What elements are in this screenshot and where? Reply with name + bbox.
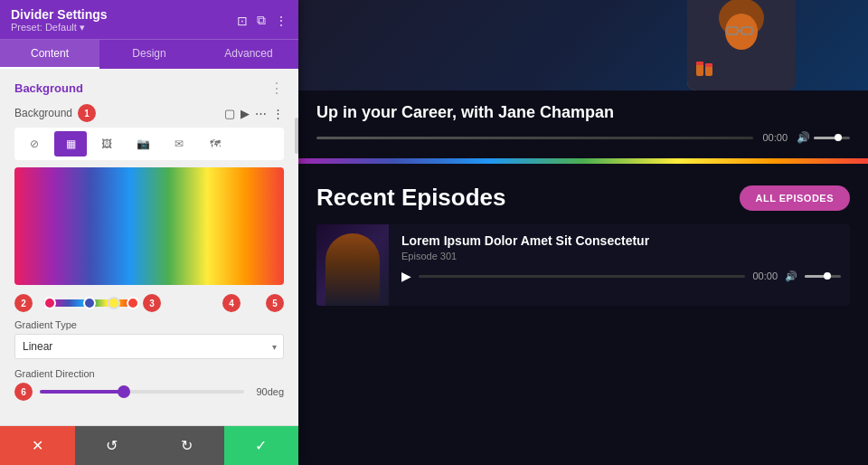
divider-bar (298, 158, 868, 164)
episode-title: Up in your Career, with Jane Champan (316, 103, 850, 122)
episode-thumb-person (326, 233, 380, 306)
scroll-indicator (295, 118, 298, 154)
gradient-stops-bar[interactable] (43, 299, 132, 307)
bg-map-icon[interactable]: 🗺 (199, 131, 231, 157)
volume-bar[interactable] (814, 137, 850, 139)
episode-volume-icon[interactable]: 🔊 (785, 270, 797, 282)
circle-1[interactable]: 1 (78, 104, 96, 122)
cancel-button[interactable]: ✕ (0, 426, 75, 465)
audio-player: 00:00 🔊 (316, 131, 850, 144)
direction-slider-container[interactable] (40, 390, 244, 394)
stop-handle-blue[interactable] (83, 297, 96, 309)
bg-type-icons: ⊘ ▦ 🖼 📷 ✉ 🗺 (14, 128, 284, 160)
gradient-direction-group: Gradient Direction 6 90deg (14, 368, 284, 401)
bg-gradient-icon[interactable]: ▦ (54, 131, 87, 157)
episode-track[interactable] (419, 275, 745, 278)
bg-pattern-icon[interactable]: ✉ (163, 131, 195, 157)
direction-row: 6 90deg (14, 383, 284, 401)
audio-time: 00:00 (762, 132, 788, 143)
panel-header: Divider Settings Preset: Default ▾ ⊡ ⧉ ⋮ (0, 0, 298, 39)
play-button[interactable]: ▶ (401, 269, 411, 283)
undo-button[interactable]: ↺ (75, 426, 150, 465)
redo-button[interactable]: ↻ (149, 426, 224, 465)
bg-none-icon[interactable]: ⊘ (18, 131, 51, 157)
more-icon[interactable]: ⋮ (275, 14, 288, 28)
episode-name: Lorem Ipsum Dolor Amet Sit Consectetur (401, 233, 841, 248)
gradient-type-label: Gradient Type (14, 319, 284, 330)
bg-image-icon[interactable]: 🖼 (90, 131, 123, 157)
hero-person-image (687, 0, 796, 90)
gradient-type-select-wrapper: Linear (14, 334, 284, 359)
svg-rect-6 (696, 63, 703, 76)
panel-footer: ✕ ↺ ↻ ✓ (0, 425, 298, 465)
recent-section: Recent Episodes ALL EPISODES Lorem Ipsum… (298, 169, 868, 320)
bg-label-icons: ▢ ▶ ⋯ ⋮ (224, 107, 284, 120)
columns-icon[interactable]: ⧉ (257, 13, 266, 28)
episode-time: 00:00 (752, 270, 778, 281)
stop-handle-yellow[interactable] (108, 297, 120, 309)
episode-volume-bar[interactable] (805, 275, 841, 278)
dots-icon[interactable]: ⋯ (255, 107, 267, 120)
tab-content[interactable]: Content (0, 40, 99, 69)
gradient-preview (14, 167, 284, 285)
episode-player: ▶ 00:00 🔊 (401, 269, 841, 283)
stop-handle-red[interactable] (127, 297, 139, 309)
panel-title: Divider Settings (11, 7, 108, 22)
settings-panel: Divider Settings Preset: Default ▾ ⊡ ⧉ ⋮… (0, 0, 298, 465)
volume-icon[interactable]: 🔊 (797, 131, 810, 144)
section-header: Background ⋮ (14, 80, 284, 97)
episode-thumbnail (316, 224, 389, 306)
recent-title: Recent Episodes (316, 184, 506, 212)
cursor-icon[interactable]: ▶ (241, 107, 250, 120)
gradient-type-group: Gradient Type Linear (14, 319, 284, 359)
section-options-icon[interactable]: ⋮ (269, 80, 284, 97)
audio-volume: 🔊 (797, 131, 850, 144)
main-content: Up in your Career, with Jane Champan 00:… (298, 0, 868, 465)
episode-info: Lorem Ipsum Dolor Amet Sit Consectetur E… (401, 224, 850, 306)
more2-icon[interactable]: ⋮ (272, 107, 284, 120)
hero-image (298, 0, 868, 90)
panel-tabs: Content Design Advanced (0, 39, 298, 69)
circle-3[interactable]: 3 (143, 294, 161, 312)
bg-label: Background (14, 107, 72, 119)
gradient-direction-label: Gradient Direction (14, 368, 284, 379)
svg-rect-7 (696, 62, 703, 65)
panel-preset[interactable]: Preset: Default ▾ (11, 22, 108, 33)
circle-5[interactable]: 5 (266, 294, 284, 312)
episode-card: Lorem Ipsum Dolor Amet Sit Consectetur E… (316, 224, 850, 306)
circle-4[interactable]: 4 (222, 294, 241, 312)
tab-advanced[interactable]: Advanced (199, 40, 298, 69)
svg-rect-9 (705, 63, 712, 67)
episode-num: Episode 301 (401, 251, 841, 261)
panel-body: Background ⋮ Background 1 ▢ ▶ ⋯ ⋮ ⊘ ▦ 🖼 … (0, 69, 298, 425)
gradient-type-select[interactable]: Linear (14, 334, 284, 359)
episode-section: Up in your Career, with Jane Champan 00:… (298, 90, 868, 153)
square-icon[interactable]: ▢ (224, 107, 235, 120)
bg-video-icon[interactable]: 📷 (127, 131, 159, 157)
tab-design[interactable]: Design (99, 40, 199, 69)
section-title: Background (14, 81, 83, 95)
panel-header-icons: ⊡ ⧉ ⋮ (237, 13, 288, 28)
circle-6[interactable]: 6 (14, 383, 33, 401)
bg-label-row: Background 1 ▢ ▶ ⋯ ⋮ (14, 104, 284, 122)
fullscreen-icon[interactable]: ⊡ (237, 14, 248, 28)
all-episodes-button[interactable]: ALL EPISODES (740, 185, 850, 211)
stop-handle-pink[interactable] (43, 297, 56, 309)
circle-2[interactable]: 2 (14, 294, 33, 312)
direction-value: 90deg (251, 386, 284, 397)
gradient-stops-row: 2 3 4 5 (14, 294, 284, 312)
recent-header: Recent Episodes ALL EPISODES (316, 184, 850, 212)
save-button[interactable]: ✓ (224, 426, 299, 465)
